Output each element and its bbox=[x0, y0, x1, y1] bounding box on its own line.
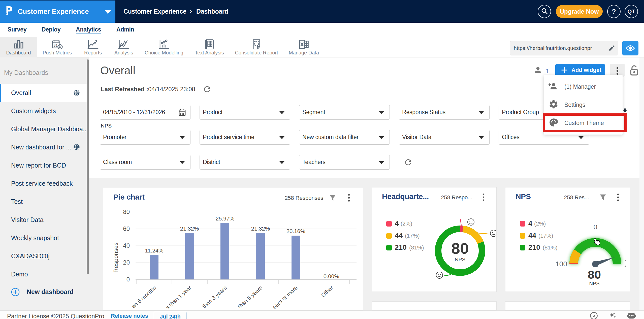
svg-text:than 3 years: than 3 years bbox=[201, 284, 228, 310]
svg-text:20: 20 bbox=[123, 259, 130, 266]
svg-text:80: 80 bbox=[452, 240, 469, 257]
svg-text:NPS: NPS bbox=[455, 257, 465, 262]
svg-text:ears or more: ears or more bbox=[271, 284, 299, 310]
svg-text:31: 31 bbox=[54, 43, 58, 47]
svg-text:21.32%: 21.32% bbox=[251, 226, 270, 232]
svg-text:Other: Other bbox=[320, 284, 334, 298]
svg-text:s than 1 year: s than 1 year bbox=[165, 284, 192, 310]
svg-text:0: 0 bbox=[593, 225, 597, 231]
svg-text:21.32%: 21.32% bbox=[180, 226, 199, 232]
svg-text:0: 0 bbox=[126, 276, 130, 283]
svg-text:60: 60 bbox=[123, 225, 130, 232]
svg-text:−100: −100 bbox=[551, 260, 567, 268]
svg-text:25.97%: 25.97% bbox=[216, 215, 235, 222]
svg-text:an 6 months: an 6 months bbox=[130, 284, 157, 310]
svg-text:than 5 years: than 5 years bbox=[237, 284, 264, 310]
svg-text:80: 80 bbox=[123, 208, 130, 215]
svg-text:Responses: Responses bbox=[112, 242, 119, 273]
svg-text:20.16%: 20.16% bbox=[286, 228, 305, 234]
svg-text:0.00%: 0.00% bbox=[324, 273, 339, 279]
svg-text:40: 40 bbox=[123, 242, 130, 249]
svg-text:11.24%: 11.24% bbox=[145, 247, 164, 254]
